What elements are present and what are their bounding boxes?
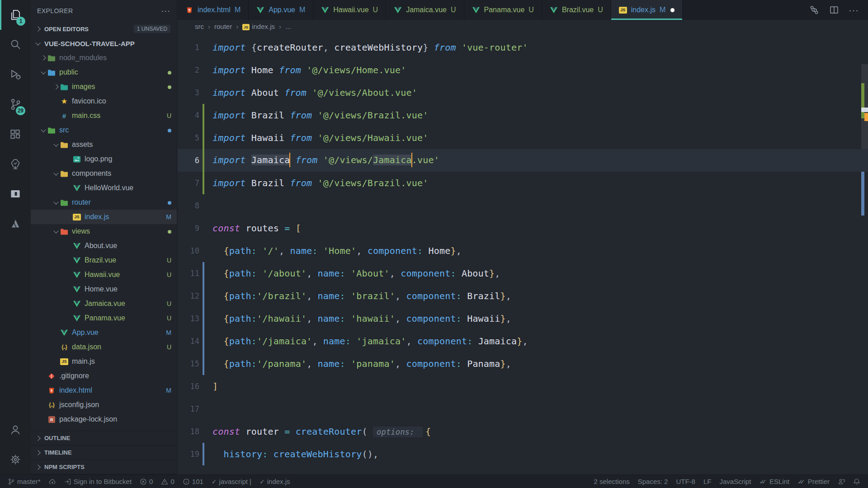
code-line-7[interactable]: 7import Brazil from '@/views/Brazil.vue' xyxy=(178,172,868,194)
tree-item-assets[interactable]: assets xyxy=(31,137,177,152)
tree-item-main-css[interactable]: #main.cssU xyxy=(31,108,177,123)
project-root-folder[interactable]: VUE-SCHOOL-TRAVEL-APP xyxy=(31,36,177,51)
tab-brazil-vue[interactable]: Brazil.vueU xyxy=(542,0,611,20)
code-line-10[interactable]: 10 {path: '/', name: 'Home', component: … xyxy=(178,239,868,262)
tree-item-views[interactable]: views xyxy=(31,224,177,239)
status-file-status[interactable]: ✓index.js xyxy=(255,475,294,488)
section-outline[interactable]: OUTLINE xyxy=(31,431,177,446)
section-npm-scripts[interactable]: NPM SCRIPTS xyxy=(31,460,177,474)
atlassian-icon[interactable] xyxy=(0,209,31,239)
code-line-12[interactable]: 12 {path:'/brazil', name: 'brazil', comp… xyxy=(178,285,868,307)
status-language-mode[interactable]: JavaScript xyxy=(715,475,755,488)
tree-item-images[interactable]: images xyxy=(31,80,177,94)
breadcrumb--[interactable]: ... xyxy=(285,23,291,30)
status-selection-count[interactable]: 2 selections xyxy=(590,475,634,488)
tree-item-about-vue[interactable]: About.vue xyxy=(31,239,177,253)
code-line-4[interactable]: 4import Brazil from '@/views/Brazil.vue' xyxy=(178,104,868,127)
status-eslint-status[interactable]: ✓✓ESLint xyxy=(755,475,794,488)
status-git-branch[interactable]: master* xyxy=(4,475,45,488)
tree-item-package-json[interactable]: npackage.json xyxy=(31,427,177,431)
breadcrumb-index-js[interactable]: JSindex.js xyxy=(242,22,275,31)
code-line-11[interactable]: 11 {path: '/about', name: 'About', compo… xyxy=(178,262,868,285)
git-status-badge: U xyxy=(167,314,171,322)
todo-tree-icon[interactable] xyxy=(0,149,31,179)
breadcrumb-src[interactable]: src xyxy=(195,23,204,30)
status-encoding[interactable]: UTF-8 xyxy=(672,475,699,488)
tree-item-data-json[interactable]: {..}data.jsonU xyxy=(31,340,177,354)
tree-item-index-js[interactable]: JSindex.jsM xyxy=(31,210,177,224)
tree-item-main-js[interactable]: JSmain.js xyxy=(31,354,177,369)
tab-jamaica-vue[interactable]: Jamaica.vueU xyxy=(386,0,464,20)
code-line-18[interactable]: 18const router = createRouter( options: … xyxy=(178,420,868,443)
breadcrumb-router[interactable]: router xyxy=(214,23,232,30)
git-status-badge: M xyxy=(166,213,171,221)
status-prettier-status[interactable]: ✓✓Prettier xyxy=(793,475,834,488)
code-line-5[interactable]: 5import Hawaii from '@/views/Hawaii.vue' xyxy=(178,127,868,149)
more-actions-icon[interactable]: ··· xyxy=(849,5,859,15)
tab-panama-vue[interactable]: Panama.vueU xyxy=(464,0,542,20)
file-label: main.js xyxy=(72,357,95,366)
tree-item-package-lock-json[interactable]: npackage-lock.json xyxy=(31,412,177,427)
tree-item-jsconfig-json[interactable]: {..}jsconfig.json xyxy=(31,398,177,412)
code-line-1[interactable]: 1import {createRouter, createWebHistory}… xyxy=(178,36,868,59)
tree-item-components[interactable]: components xyxy=(31,166,177,181)
split-editor-icon[interactable] xyxy=(829,5,840,15)
code-line-19[interactable]: 19 history: createWebHistory(), xyxy=(178,443,868,465)
tab-index-html[interactable]: 5index.htmlM xyxy=(178,0,249,20)
accounts-icon[interactable] xyxy=(0,415,31,445)
status-publish-changes[interactable] xyxy=(45,475,60,488)
code-line-9[interactable]: 9const routes = [ xyxy=(178,217,868,239)
tree-item-jamaica-vue[interactable]: Jamaica.vueU xyxy=(31,296,177,311)
code-editor[interactable]: 1import {createRouter, createWebHistory}… xyxy=(178,33,868,474)
tree-item--gitignore[interactable]: .gitignore xyxy=(31,369,177,383)
tree-item-public[interactable]: public xyxy=(31,65,177,80)
code-line-2[interactable]: 2import Home from '@/views/Home.vue' xyxy=(178,59,868,81)
open-editors-section[interactable]: OPEN EDITORS 1 UNSAVED xyxy=(31,22,177,36)
compare-changes-icon[interactable] xyxy=(809,5,820,15)
tree-item-router[interactable]: router xyxy=(31,195,177,210)
status-lang-status-javascript[interactable]: ✓javascript | xyxy=(208,475,255,488)
section-timeline[interactable]: TIMELINE xyxy=(31,446,177,460)
tree-item-brazil-vue[interactable]: Brazil.vueU xyxy=(31,253,177,267)
settings-icon[interactable] xyxy=(0,445,31,474)
source-control-icon[interactable]: 29 xyxy=(0,89,31,119)
tab-git-status: M xyxy=(660,6,665,14)
tab-index-js[interactable]: JSindex.jsM xyxy=(611,0,683,20)
tree-item-logo-png[interactable]: logo.png xyxy=(31,152,177,166)
search-icon[interactable] xyxy=(0,30,31,60)
tree-item-home-vue[interactable]: Home.vue xyxy=(31,282,177,296)
status-eol[interactable]: LF xyxy=(699,475,716,488)
run-debug-icon[interactable] xyxy=(0,60,31,89)
status-feedback[interactable] xyxy=(834,475,849,488)
tree-item-src[interactable]: src xyxy=(31,123,177,137)
code-line-6[interactable]: 6import Jamaica from '@/views/Jamaica.vu… xyxy=(178,149,868,172)
tree-item-app-vue[interactable]: App.vueM xyxy=(31,325,177,340)
tree-item-favicon-ico[interactable]: ★favicon.ico xyxy=(31,94,177,108)
code-line-3[interactable]: 3import About from '@/views/About.vue' xyxy=(178,81,868,104)
live-preview-icon[interactable] xyxy=(0,179,31,209)
expand-slot xyxy=(52,202,60,204)
status-problems-warnings[interactable]: 0 xyxy=(157,475,178,488)
tree-item-panama-vue[interactable]: Panama.vueU xyxy=(31,311,177,325)
status-problems-info[interactable]: 101 xyxy=(179,475,208,488)
tab-hawaii-vue[interactable]: Hawaii.vueU xyxy=(313,0,386,20)
code-line-14[interactable]: 14 {path:'/jamaica', name: 'jamaica', co… xyxy=(178,330,868,352)
code-line-15[interactable]: 15 {path:'/panama', name: 'panama', comp… xyxy=(178,352,868,375)
status-indentation[interactable]: Spaces: 2 xyxy=(634,475,672,488)
code-line-13[interactable]: 13 {path:'/hawaii', name: 'hawaii', comp… xyxy=(178,307,868,330)
tab-app-vue[interactable]: App.vueM xyxy=(249,0,313,20)
file-label: package-lock.json xyxy=(59,415,117,423)
explorer-icon[interactable]: 1 xyxy=(0,0,31,30)
sidebar-more-actions-icon[interactable]: ··· xyxy=(161,6,170,16)
tree-item-hawaii-vue[interactable]: Hawaii.vueU xyxy=(31,267,177,282)
status-notifications[interactable] xyxy=(849,475,864,488)
code-line-8[interactable]: 8 xyxy=(178,194,868,217)
tree-item-node-modules[interactable]: node_modules xyxy=(31,51,177,65)
code-line-17[interactable]: 17 xyxy=(178,398,868,420)
tree-item-index-html[interactable]: 5index.htmlM xyxy=(31,383,177,398)
status-bitbucket-signin[interactable]: Sign in to Bitbucket xyxy=(60,475,136,488)
code-line-16[interactable]: 16] xyxy=(178,375,868,398)
extensions-icon[interactable] xyxy=(0,119,31,149)
tree-item-helloworld-vue[interactable]: HelloWorld.vue xyxy=(31,181,177,195)
status-problems-errors[interactable]: 0 xyxy=(136,475,157,488)
